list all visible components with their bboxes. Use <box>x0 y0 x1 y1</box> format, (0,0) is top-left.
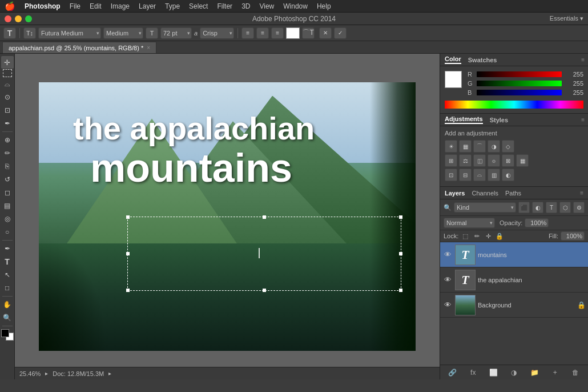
layer-background-visibility[interactable]: 👁 <box>442 300 453 310</box>
channel-mixer-icon[interactable]: ⊠ <box>502 154 514 167</box>
vibrance-icon[interactable]: ◇ <box>502 140 514 153</box>
new-adjustment-button[interactable]: ◑ <box>508 367 519 378</box>
kind-select[interactable]: Kind <box>454 202 516 213</box>
levels-icon[interactable]: ▦ <box>459 140 472 153</box>
b-slider[interactable] <box>477 90 562 95</box>
clone-tool[interactable]: ⎘ <box>1 160 14 173</box>
font-size-select[interactable]: 72 pt <box>160 27 192 39</box>
zoom-tool[interactable]: 🔍 <box>1 311 14 324</box>
document-tab[interactable]: appalachian.psd @ 25.5% (mountains, RGB/… <box>2 42 156 53</box>
lock-position-icon[interactable]: ✛ <box>484 231 493 241</box>
maximize-button[interactable] <box>25 15 32 22</box>
adjustment-filter-icon[interactable]: ◐ <box>532 202 543 213</box>
shape-filter-icon[interactable]: ⬡ <box>559 202 571 213</box>
link-layers-button[interactable]: 🔗 <box>447 367 458 378</box>
shape-tool[interactable]: □ <box>1 282 14 294</box>
spectrum-bar[interactable] <box>445 101 583 109</box>
marquee-tool[interactable] <box>3 69 12 77</box>
fill-input[interactable] <box>561 231 585 241</box>
align-center-icon[interactable]: ≡ <box>256 27 269 39</box>
align-left-icon[interactable]: ≡ <box>241 27 254 39</box>
eraser-tool[interactable]: ◻ <box>1 186 14 199</box>
lasso-tool[interactable]: ⌓ <box>1 78 14 90</box>
menu-file[interactable]: File <box>70 2 80 10</box>
sel-handle-tl[interactable] <box>126 215 130 219</box>
anti-alias-select[interactable]: Crisp <box>200 27 234 39</box>
menu-filter[interactable]: Filter <box>217 2 232 10</box>
color-preview-swatch[interactable] <box>445 71 462 88</box>
cancel-transform-icon[interactable]: ✕ <box>319 27 332 39</box>
posterize-icon[interactable]: ⊟ <box>459 169 472 181</box>
sel-handle-ml[interactable] <box>126 252 130 255</box>
r-slider[interactable] <box>477 71 562 77</box>
eyedropper-tool[interactable]: ✒ <box>1 117 14 130</box>
hand-tool[interactable]: ✋ <box>1 298 14 311</box>
lock-all-icon[interactable]: 🔒 <box>495 231 504 241</box>
hue-sat-icon[interactable]: ⊞ <box>445 154 457 167</box>
threshold-icon[interactable]: ⌓ <box>473 169 486 181</box>
crop-tool[interactable]: ⊡ <box>1 104 14 117</box>
menu-type[interactable]: Type <box>165 2 180 10</box>
color-panel-collapse[interactable]: ≡ <box>581 57 585 63</box>
essentials-label[interactable]: Essentials ▾ <box>550 15 583 22</box>
text-filter-icon[interactable]: T <box>546 202 557 213</box>
gradient-tool[interactable]: ▤ <box>1 199 14 212</box>
curves-icon[interactable]: ⌒ <box>473 140 486 153</box>
text-tool-icon[interactable]: T <box>3 27 16 39</box>
menu-select[interactable]: Select <box>189 2 208 10</box>
blur-tool[interactable]: ◎ <box>1 213 14 225</box>
lock-transparent-icon[interactable]: ⬚ <box>461 231 470 241</box>
selective-color-icon[interactable]: ◐ <box>502 169 514 181</box>
new-layer-button[interactable]: + <box>549 367 561 378</box>
font-style-select[interactable]: Medium <box>103 27 143 39</box>
exposure-icon[interactable]: ◑ <box>488 140 500 153</box>
align-right-icon[interactable]: ≡ <box>271 27 284 39</box>
history-brush-tool[interactable]: ↺ <box>1 173 14 186</box>
sel-handle-bc[interactable] <box>263 289 266 292</box>
layer-item-background[interactable]: 👁 Background 🔒 <box>440 293 588 318</box>
g-slider[interactable] <box>477 81 562 86</box>
minimize-button[interactable] <box>15 15 22 22</box>
close-tab-button[interactable]: × <box>147 45 150 51</box>
font-toggle-icon[interactable]: T↕ <box>23 27 36 39</box>
color-tab[interactable]: Color <box>445 55 461 64</box>
menu-3d[interactable]: 3D <box>241 2 250 10</box>
opacity-input[interactable] <box>525 218 549 227</box>
layer-effects-button[interactable]: fx <box>468 367 479 378</box>
path-select-tool[interactable]: ↖ <box>1 269 14 281</box>
menu-edit[interactable]: Edit <box>90 2 102 10</box>
invert-icon[interactable]: ⊡ <box>445 169 457 181</box>
menu-view[interactable]: View <box>259 2 274 10</box>
sel-handle-tc[interactable] <box>263 215 266 219</box>
paths-tab[interactable]: Paths <box>505 190 521 197</box>
channels-tab[interactable]: Channels <box>472 190 498 197</box>
gradient-map-icon[interactable]: ▥ <box>488 169 500 181</box>
bw-icon[interactable]: ◫ <box>473 154 486 167</box>
quick-select-tool[interactable]: ⊙ <box>1 91 14 103</box>
styles-tab[interactable]: Styles <box>490 117 508 123</box>
sel-handle-tr[interactable] <box>399 215 402 219</box>
add-mask-button[interactable]: ⬜ <box>488 367 500 378</box>
color-lookup-icon[interactable]: ▦ <box>516 154 529 167</box>
commit-transform-icon[interactable]: ✓ <box>334 27 347 39</box>
lock-pixels-icon[interactable]: ✏ <box>472 231 481 241</box>
spot-heal-tool[interactable]: ⊕ <box>1 134 14 146</box>
photo-filter-icon[interactable]: ⌾ <box>488 154 500 167</box>
menu-help[interactable]: Help <box>317 2 331 10</box>
new-group-button[interactable]: 📁 <box>529 367 540 378</box>
sel-handle-bl[interactable] <box>126 289 130 292</box>
text-color-swatch[interactable] <box>286 27 300 39</box>
layer-mountains-visibility[interactable]: 👁 <box>442 250 453 260</box>
move-tool[interactable]: ✛ <box>1 56 14 69</box>
brush-tool[interactable]: ✏ <box>1 147 14 159</box>
menu-layer[interactable]: Layer <box>139 2 156 10</box>
layers-panel-collapse[interactable]: ≡ <box>580 190 583 196</box>
canvas-area[interactable]: the appalachian mountains <box>15 54 440 379</box>
pixel-filter-icon[interactable]: ⬛ <box>518 202 530 213</box>
close-button[interactable] <box>5 15 11 22</box>
dodge-tool[interactable]: ○ <box>1 226 14 238</box>
color-balance-icon[interactable]: ⚖ <box>459 154 472 167</box>
layer-appalachian-visibility[interactable]: 👁 <box>442 275 453 285</box>
text-tool[interactable]: T <box>1 255 14 268</box>
adj-panel-collapse[interactable]: ≡ <box>581 117 585 123</box>
